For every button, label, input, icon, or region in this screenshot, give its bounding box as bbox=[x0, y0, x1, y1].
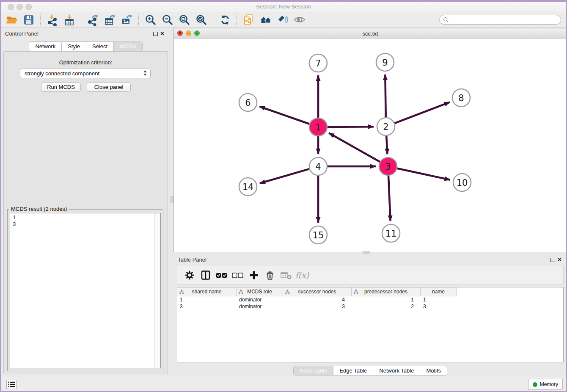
network-window-title: scc.txt bbox=[174, 28, 567, 39]
memory-button[interactable]: Memory bbox=[528, 379, 563, 390]
graphics-details-button[interactable] bbox=[291, 13, 308, 27]
import-network-button[interactable] bbox=[44, 13, 61, 27]
network-canvas[interactable]: 7968124314101511 bbox=[174, 39, 567, 252]
columns-icon bbox=[200, 270, 211, 281]
delete-table-button[interactable] bbox=[278, 268, 294, 283]
graph-edge-2-8[interactable] bbox=[395, 102, 450, 123]
mcds-result-group: MCDS result (2 nodes) 1 3 bbox=[7, 209, 163, 371]
add-row-button[interactable] bbox=[246, 268, 262, 283]
zoom-selected-button[interactable] bbox=[193, 13, 210, 27]
hierarchy-icon bbox=[285, 290, 290, 294]
dropdown-stepper-icon bbox=[143, 70, 147, 76]
control-panel-float-button[interactable] bbox=[153, 32, 158, 36]
tab-node-table[interactable]: Node Table bbox=[293, 366, 334, 375]
cell-name[interactable]: 3 bbox=[421, 303, 457, 310]
control-panel-close-button[interactable]: × bbox=[160, 30, 164, 37]
network-from-file-button[interactable] bbox=[240, 13, 257, 27]
home-button[interactable] bbox=[257, 13, 274, 27]
import-table-icon bbox=[63, 14, 75, 26]
save-session-button[interactable] bbox=[20, 13, 37, 27]
trash-icon bbox=[264, 270, 275, 281]
cell-predecessor-nodes[interactable]: 1 bbox=[352, 296, 421, 303]
toolbar-separator bbox=[40, 14, 41, 26]
graph-edge-3-11[interactable] bbox=[388, 176, 391, 221]
label-toggle-button[interactable] bbox=[274, 13, 291, 27]
tab-mcds[interactable]: MCDS bbox=[114, 41, 142, 51]
status-bar: Memory bbox=[1, 377, 566, 391]
zoom-fit-button[interactable] bbox=[176, 13, 193, 27]
tab-edge-table[interactable]: Edge Table bbox=[333, 366, 373, 375]
graph-edge-3-10[interactable] bbox=[397, 168, 450, 180]
cell-predecessor-nodes[interactable]: 2 bbox=[352, 303, 421, 310]
cell-mcds-role[interactable]: dominator bbox=[237, 303, 283, 310]
table-settings-button[interactable] bbox=[182, 268, 198, 283]
graph-node-label-8: 8 bbox=[458, 93, 464, 103]
zoom-in-button[interactable] bbox=[142, 13, 159, 27]
run-mcds-button[interactable]: Run MCDS bbox=[41, 83, 81, 92]
zoom-in-icon bbox=[145, 14, 157, 26]
cell-shared-name[interactable]: 1 bbox=[177, 296, 237, 303]
search-input[interactable] bbox=[449, 16, 561, 24]
column-header-mcds-role[interactable]: MCDS role bbox=[237, 287, 283, 296]
column-header-predecessor-nodes[interactable]: predecessor nodes bbox=[352, 287, 421, 296]
cell-successor-nodes[interactable]: 3 bbox=[283, 303, 352, 310]
window-titlebar: Session: New Session bbox=[1, 2, 566, 12]
criterion-dropdown[interactable]: strongly connected component bbox=[20, 69, 151, 78]
vertical-splitter[interactable] bbox=[171, 28, 173, 378]
deselect-all-rows-button[interactable] bbox=[230, 268, 246, 283]
cell-name[interactable]: 1 bbox=[421, 296, 457, 303]
column-header-name[interactable]: name bbox=[421, 287, 457, 296]
deselect-all-icon bbox=[231, 270, 244, 281]
eye-icon bbox=[294, 14, 306, 26]
cell-mcds-role[interactable]: dominator bbox=[237, 296, 283, 303]
export-table-button[interactable] bbox=[102, 13, 118, 27]
search-box[interactable] bbox=[439, 15, 561, 25]
splitter-grip[interactable] bbox=[171, 196, 173, 203]
tab-select[interactable]: Select bbox=[86, 41, 114, 51]
tab-network[interactable]: Network bbox=[29, 41, 62, 51]
zoom-out-button[interactable] bbox=[159, 13, 176, 27]
tab-network-table[interactable]: Network Table bbox=[373, 366, 420, 375]
close-panel-button[interactable]: Close panel bbox=[87, 83, 131, 92]
apply-function-button[interactable]: f(x) bbox=[294, 268, 310, 283]
table-row[interactable]: 3 dominator 3 2 3 bbox=[177, 303, 457, 310]
graph-node-label-3: 3 bbox=[385, 162, 391, 172]
graph-node-label-4: 4 bbox=[315, 162, 321, 172]
tab-motifs[interactable]: Motifs bbox=[420, 366, 447, 375]
mcds-result-box: 1 3 bbox=[10, 213, 161, 368]
control-panel: Control Panel × NetworkStyleSelectMCDS O… bbox=[1, 28, 171, 375]
task-history-button[interactable] bbox=[6, 380, 17, 389]
hierarchy-icon bbox=[239, 290, 243, 294]
graph-edge-2-9[interactable] bbox=[385, 75, 385, 117]
graph-edge-1-6[interactable] bbox=[259, 107, 309, 124]
tab-style[interactable]: Style bbox=[62, 41, 86, 51]
export-image-button[interactable] bbox=[118, 13, 135, 27]
refresh-button[interactable] bbox=[217, 13, 234, 27]
toolbar-separator bbox=[138, 14, 139, 26]
cell-successor-nodes[interactable]: 4 bbox=[283, 296, 352, 303]
cell-shared-name[interactable]: 3 bbox=[177, 303, 237, 310]
table-tabs: Node TableEdge TableNetwork TableMotifs bbox=[173, 366, 567, 375]
list-icon bbox=[8, 381, 15, 387]
table-panel-float-button[interactable] bbox=[550, 258, 555, 262]
column-header-shared-name[interactable]: shared name bbox=[177, 287, 237, 296]
import-table-button[interactable] bbox=[61, 13, 78, 27]
table-panel-close-button[interactable]: × bbox=[558, 256, 561, 263]
open-folder-icon bbox=[6, 14, 18, 26]
column-header-successor-nodes[interactable]: successor nodes bbox=[283, 287, 352, 296]
export-network-button[interactable] bbox=[85, 13, 102, 27]
graph-edge-1-2[interactable] bbox=[328, 127, 374, 127]
graph-edge-4-14[interactable] bbox=[260, 169, 309, 183]
graph-edge-3-1[interactable] bbox=[329, 133, 380, 162]
graph-node-label-6: 6 bbox=[245, 98, 250, 108]
select-all-rows-button[interactable] bbox=[214, 268, 230, 283]
result-scrollbar[interactable] bbox=[154, 213, 160, 368]
column-layout-button[interactable] bbox=[198, 268, 214, 283]
table-panel-title: Table Panel bbox=[178, 257, 206, 263]
graph-node-label-14: 14 bbox=[242, 182, 254, 192]
open-session-button[interactable] bbox=[3, 13, 20, 27]
gear-icon bbox=[184, 270, 195, 281]
table-row[interactable]: 1 dominator 4 1 1 bbox=[177, 296, 457, 303]
graph-edge-2-3[interactable] bbox=[386, 136, 387, 154]
delete-row-button[interactable] bbox=[262, 268, 278, 283]
